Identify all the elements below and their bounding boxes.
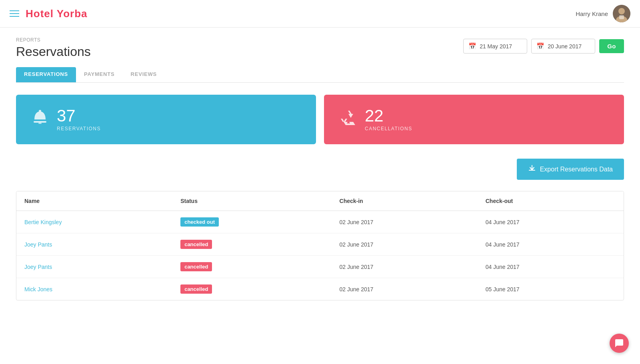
reservations-stat-card: 37 RESERVATIONS <box>16 95 316 144</box>
logo: Hotel Yorba <box>26 8 88 20</box>
export-row: Export Reservations Data <box>16 159 624 180</box>
avatar[interactable] <box>613 5 630 22</box>
svg-rect-8 <box>532 165 532 169</box>
reservations-label: RESERVATIONS <box>57 126 101 131</box>
status-badge: cancelled <box>180 284 212 294</box>
cell-name[interactable]: Bertie Kingsley <box>16 211 172 233</box>
svg-rect-5 <box>39 110 41 112</box>
date-start-value: 21 May 2017 <box>480 43 512 50</box>
table-row: Joey Pantscancelled02 June 201704 June 2… <box>16 233 624 256</box>
date-end-input[interactable]: 📅 20 June 2017 <box>531 39 595 54</box>
breadcrumb: REPORTS <box>16 37 91 43</box>
reservations-stat-inner: 37 RESERVATIONS <box>30 107 302 131</box>
guest-name-link[interactable]: Joey Pants <box>24 241 52 248</box>
cell-checkin: 02 June 2017 <box>332 278 478 300</box>
title-section: REPORTS Reservations <box>16 37 91 59</box>
cell-name[interactable]: Joey Pants <box>16 256 172 278</box>
cell-checkout: 05 June 2017 <box>478 278 624 300</box>
reservations-table: Name Status Check-in Check-out Bertie Ki… <box>16 191 624 300</box>
reservations-stat-text: 37 RESERVATIONS <box>57 107 101 131</box>
export-icon <box>528 164 536 174</box>
header-left: Hotel Yorba <box>10 8 88 20</box>
col-header-checkin: Check-in <box>332 191 478 211</box>
cell-checkout: 04 June 2017 <box>478 211 624 233</box>
header-right: Harry Krane <box>576 5 630 22</box>
header: Hotel Yorba Harry Krane <box>0 0 640 28</box>
svg-rect-3 <box>619 15 624 19</box>
cancellations-stat-inner: 22 CANCELLATIONS <box>338 107 610 131</box>
cell-checkout: 04 June 2017 <box>478 233 624 256</box>
calendar-start-icon: 📅 <box>468 42 476 50</box>
bell-icon <box>30 108 50 131</box>
hamburger-menu[interactable] <box>10 10 19 17</box>
calendar-end-icon: 📅 <box>536 42 544 50</box>
date-end-value: 20 June 2017 <box>548 43 582 50</box>
cell-checkin: 02 June 2017 <box>332 256 478 278</box>
svg-point-1 <box>618 8 625 14</box>
table-header-row: Name Status Check-in Check-out <box>16 191 624 211</box>
tab-reviews[interactable]: REVIEWS <box>123 67 165 82</box>
guest-name-link[interactable]: Mick Jones <box>24 286 52 292</box>
col-header-name: Name <box>16 191 172 211</box>
page-content: REPORTS Reservations 📅 21 May 2017 📅 20 … <box>0 28 640 310</box>
table-row: Bertie Kingsleychecked out02 June 201704… <box>16 211 624 233</box>
svg-rect-6 <box>38 123 42 124</box>
cell-checkin: 02 June 2017 <box>332 233 478 256</box>
date-start-input[interactable]: 📅 21 May 2017 <box>463 39 527 54</box>
page-title: Reservations <box>16 44 91 59</box>
cancellations-stat-card: 22 CANCELLATIONS <box>324 95 624 144</box>
svg-rect-4 <box>34 121 46 123</box>
cell-status: cancelled <box>172 278 331 300</box>
user-name: Harry Krane <box>576 10 608 17</box>
guest-name-link[interactable]: Joey Pants <box>24 264 52 270</box>
status-badge: cancelled <box>180 262 212 271</box>
export-button-label: Export Reservations Data <box>540 166 613 173</box>
cell-status: cancelled <box>172 256 331 278</box>
status-badge: checked out <box>180 217 219 227</box>
table-row: Mick Jonescancelled02 June 201705 June 2… <box>16 278 624 300</box>
cancellations-number: 22 <box>365 107 412 124</box>
reservations-table-wrapper: Name Status Check-in Check-out Bertie Ki… <box>16 191 624 300</box>
date-controls: 📅 21 May 2017 📅 20 June 2017 Go <box>463 39 624 54</box>
page-header: REPORTS Reservations 📅 21 May 2017 📅 20 … <box>16 37 624 59</box>
cancellations-label: CANCELLATIONS <box>365 126 412 131</box>
cancellations-stat-text: 22 CANCELLATIONS <box>365 107 412 131</box>
cell-status: checked out <box>172 211 331 233</box>
tab-payments[interactable]: PAYMENTS <box>76 67 122 82</box>
status-badge: cancelled <box>180 240 212 249</box>
tab-reservations[interactable]: RESERVATIONS <box>16 67 76 82</box>
recycle-icon <box>338 108 358 131</box>
col-header-checkout: Check-out <box>478 191 624 211</box>
cell-name[interactable]: Joey Pants <box>16 233 172 256</box>
cell-status: cancelled <box>172 233 331 256</box>
export-button[interactable]: Export Reservations Data <box>517 159 624 180</box>
reservations-number: 37 <box>57 107 101 124</box>
cell-checkout: 04 June 2017 <box>478 256 624 278</box>
cell-name[interactable]: Mick Jones <box>16 278 172 300</box>
col-header-status: Status <box>172 191 331 211</box>
go-button[interactable]: Go <box>599 39 624 53</box>
tabs-row: RESERVATIONS PAYMENTS REVIEWS <box>16 67 624 83</box>
table-row: Joey Pantscancelled02 June 201704 June 2… <box>16 256 624 278</box>
cell-checkin: 02 June 2017 <box>332 211 478 233</box>
guest-name-link[interactable]: Bertie Kingsley <box>24 219 62 225</box>
stats-row: 37 RESERVATIONS 22 CANCELLATIONS <box>16 95 624 144</box>
